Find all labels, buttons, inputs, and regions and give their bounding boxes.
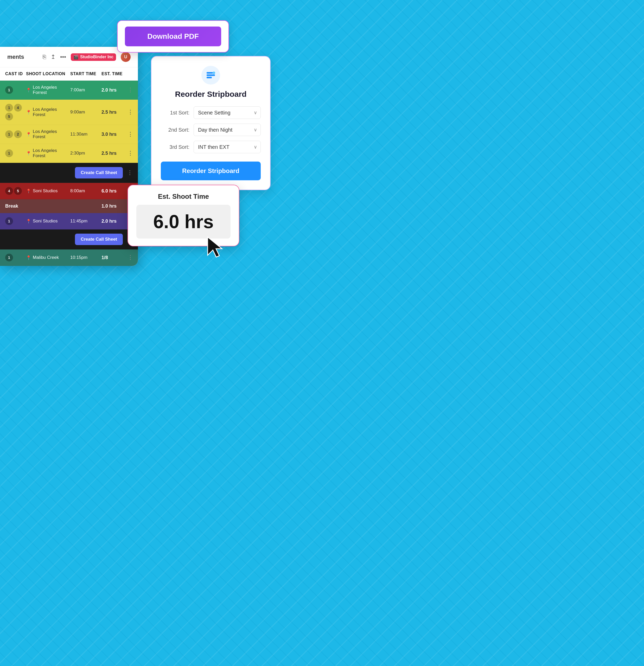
sort1-select[interactable]: Scene Setting Day then Night INT then EX… xyxy=(194,106,261,119)
row-more-1[interactable]: ⋮ xyxy=(127,87,138,93)
sort3-select-wrapper[interactable]: INT then EXT Day then Night Scene Settin… xyxy=(194,141,261,153)
pin-icon: 📍 xyxy=(26,88,31,93)
column-headers: CAST ID SHOOT LOCATION START TIME EST. T… xyxy=(0,67,138,81)
cast-ids-2: 1 4 5 xyxy=(5,104,23,120)
create-call-more-1[interactable]: ⋮ xyxy=(127,169,133,176)
row-more-4[interactable]: ⋮ xyxy=(127,150,138,157)
reorder-stripboard-button[interactable]: Reorder Stripboard xyxy=(161,161,261,180)
sort-row-1: 1st Sort: Scene Setting Day then Night I… xyxy=(161,106,261,119)
reorder-stripboard-card: Reorder Stripboard 1st Sort: Scene Setti… xyxy=(151,56,271,190)
cast-id-badge-4: 1 xyxy=(5,149,13,157)
break-row: Break 1.0 hrs xyxy=(0,199,138,213)
svg-point-3 xyxy=(213,72,215,74)
cast-id-badge-2b: 4 xyxy=(14,104,22,111)
scene-row-4: 1 📍 Los Angeles Forest 2:30pm 2.5 hrs ⋮ xyxy=(0,144,138,163)
est-shoot-time-card: Est. Shoot Time 6.0 hrs xyxy=(127,185,239,246)
download-pdf-card: Download PDF xyxy=(117,20,229,53)
start-time-1: 7:00am xyxy=(70,87,102,93)
pin-icon-4: 📍 xyxy=(26,151,31,156)
start-time-2: 9:00am xyxy=(70,109,102,115)
share-icon[interactable]: ↥ xyxy=(51,54,55,60)
svg-marker-4 xyxy=(208,237,222,257)
est-time-6: 2.0 hrs xyxy=(102,218,127,224)
reorder-card-title: Reorder Stripboard xyxy=(161,90,261,99)
cast-id-badge-2c: 5 xyxy=(5,113,13,120)
location-text-3: Los Angeles Forest xyxy=(33,129,70,139)
sort3-select[interactable]: INT then EXT Day then Night Scene Settin… xyxy=(194,141,261,153)
location-2: 📍 Los Angeles Forest xyxy=(26,107,70,117)
sort1-select-wrapper[interactable]: Scene Setting Day then Night INT then EX… xyxy=(194,106,261,119)
est-shoot-time-value: 6.0 hrs xyxy=(153,211,214,232)
cast-id-badge-7: 1 xyxy=(5,253,13,261)
cast-ids-3: 1 2 xyxy=(5,130,23,138)
location-7: 📍 Malibu Creek xyxy=(26,255,70,260)
location-6: 📍 Soni Studios xyxy=(26,218,70,224)
cast-id-badge: 1 xyxy=(5,86,13,94)
create-call-sheet-button-1[interactable]: Create Call Sheet xyxy=(75,167,123,178)
scene-row-5: 4 5 📍 Soni Studios 8:00am 6.0 hrs ⋮ xyxy=(0,183,138,199)
brand-name: StudioBinder Inc xyxy=(80,55,114,59)
create-call-sheet-button-2[interactable]: Create Call Sheet xyxy=(75,234,123,245)
download-pdf-button[interactable]: Download PDF xyxy=(125,27,221,46)
est-time-3: 3.0 hrs xyxy=(102,132,127,137)
stripboard-icon xyxy=(206,70,216,81)
sort-row-2: 2nd Sort: Day then Night Scene Setting I… xyxy=(161,124,261,136)
pin-icon-7: 📍 xyxy=(26,255,31,260)
scene-row-1: 1 📍 Los Angeles Forrest 7:00am 2.0 hrs ⋮ xyxy=(0,81,138,100)
cast-ids-7: 1 xyxy=(5,253,23,261)
pin-icon-6: 📍 xyxy=(26,219,31,224)
est-shoot-time-value-box: 6.0 hrs xyxy=(136,205,230,239)
start-time-4: 2:30pm xyxy=(70,151,102,156)
est-time-2: 2.5 hrs xyxy=(102,109,127,115)
cast-id-badge-3b: 2 xyxy=(14,130,22,138)
est-time-4: 2.5 hrs xyxy=(102,151,127,156)
header-title: ments xyxy=(7,54,24,60)
cast-id-badge-5a: 4 xyxy=(5,187,13,195)
scene-row-6: 1 📍 Soni Studios 11:45pm 2.0 hrs ⋮ xyxy=(0,213,138,229)
brand-logo: 🎬 xyxy=(73,55,79,59)
avatar: U xyxy=(121,52,130,62)
cast-ids-1: 1 xyxy=(5,86,23,94)
cast-ids-4: 1 xyxy=(5,149,23,157)
row-more-2[interactable]: ⋮ xyxy=(127,109,138,116)
row-more-7[interactable]: ⋮ xyxy=(127,254,138,261)
break-time: 1.0 hrs xyxy=(102,204,127,209)
create-call-row-1: Create Call Sheet ⋮ xyxy=(0,163,138,183)
cast-id-badge-5b: 5 xyxy=(14,187,22,195)
start-time-3: 11:30am xyxy=(70,132,102,137)
cursor-arrow xyxy=(206,236,225,260)
pin-icon-2: 📍 xyxy=(26,110,31,115)
location-1: 📍 Los Angeles Forrest xyxy=(26,85,70,95)
location-text-7: Malibu Creek xyxy=(33,255,59,260)
panel-header: ments ⎘ ↥ ••• 🎬 StudioBinder Inc U xyxy=(0,47,138,67)
break-label: Break xyxy=(5,204,26,209)
sort2-select-wrapper[interactable]: Day then Night Scene Setting INT then EX… xyxy=(194,124,261,136)
scene-row-7: 1 📍 Malibu Creek 10:15pm 1/8 ⋮ xyxy=(0,249,138,266)
col-actions xyxy=(127,72,138,76)
start-time-7: 10:15pm xyxy=(70,255,102,260)
sort2-select[interactable]: Day then Night Scene Setting INT then EX… xyxy=(194,124,261,136)
more-options-icon[interactable]: ••• xyxy=(60,54,66,60)
cast-id-badge-3a: 1 xyxy=(5,130,13,138)
start-time-5: 8:00am xyxy=(70,188,102,194)
location-text-4: Los Angeles Forest xyxy=(33,148,70,158)
reorder-icon-circle xyxy=(202,66,220,85)
copy-icon[interactable]: ⎘ xyxy=(43,54,46,60)
est-time-5: 6.0 hrs xyxy=(102,188,127,194)
row-more-3[interactable]: ⋮ xyxy=(127,131,138,138)
svg-rect-1 xyxy=(207,74,215,76)
start-time-6: 11:45pm xyxy=(70,218,102,224)
header-icons: ⎘ ↥ ••• 🎬 StudioBinder Inc U xyxy=(43,52,130,62)
cast-ids-6: 1 xyxy=(5,217,23,225)
location-4: 📍 Los Angeles Forest xyxy=(26,148,70,158)
cast-id-badge-6: 1 xyxy=(5,217,13,225)
scene-row-2: 1 4 5 📍 Los Angeles Forest 9:00am 2.5 hr… xyxy=(0,100,138,125)
location-5: 📍 Soni Studios xyxy=(26,188,70,194)
est-time-7: 1/8 xyxy=(102,255,127,260)
create-call-row-2: Create Call Sheet ⋮ xyxy=(0,229,138,249)
location-text-5: Soni Studios xyxy=(33,188,57,194)
sort3-label: 3rd Sort: xyxy=(161,144,189,150)
col-start-time: START TIME xyxy=(70,72,102,76)
location-3: 📍 Los Angeles Forest xyxy=(26,129,70,139)
location-text-2: Los Angeles Forest xyxy=(33,107,70,117)
